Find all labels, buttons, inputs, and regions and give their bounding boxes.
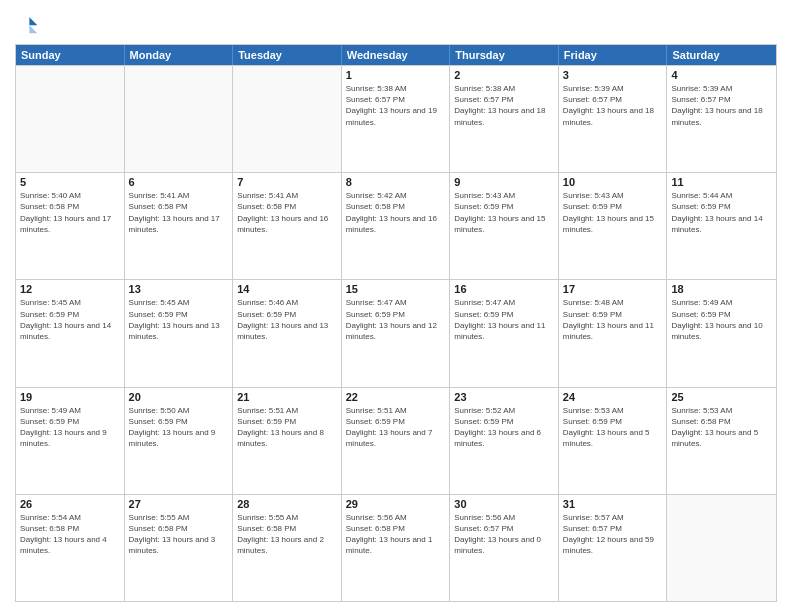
day-info: Sunrise: 5:52 AM Sunset: 6:59 PM Dayligh…: [454, 405, 554, 450]
day-number: 16: [454, 283, 554, 295]
day-info: Sunrise: 5:44 AM Sunset: 6:59 PM Dayligh…: [671, 190, 772, 235]
day-number: 25: [671, 391, 772, 403]
day-number: 12: [20, 283, 120, 295]
cal-cell: 26Sunrise: 5:54 AM Sunset: 6:58 PM Dayli…: [16, 495, 125, 601]
cal-cell: 20Sunrise: 5:50 AM Sunset: 6:59 PM Dayli…: [125, 388, 234, 494]
calendar: SundayMondayTuesdayWednesdayThursdayFrid…: [15, 44, 777, 602]
weekday-header-monday: Monday: [125, 45, 234, 65]
weekday-header-sunday: Sunday: [16, 45, 125, 65]
day-info: Sunrise: 5:49 AM Sunset: 6:59 PM Dayligh…: [20, 405, 120, 450]
day-info: Sunrise: 5:43 AM Sunset: 6:59 PM Dayligh…: [454, 190, 554, 235]
cal-cell: 4Sunrise: 5:39 AM Sunset: 6:57 PM Daylig…: [667, 66, 776, 172]
day-info: Sunrise: 5:51 AM Sunset: 6:59 PM Dayligh…: [346, 405, 446, 450]
day-number: 7: [237, 176, 337, 188]
cal-cell: 27Sunrise: 5:55 AM Sunset: 6:58 PM Dayli…: [125, 495, 234, 601]
day-number: 23: [454, 391, 554, 403]
day-number: 30: [454, 498, 554, 510]
cal-cell: 17Sunrise: 5:48 AM Sunset: 6:59 PM Dayli…: [559, 280, 668, 386]
svg-rect-0: [15, 14, 39, 38]
day-info: Sunrise: 5:48 AM Sunset: 6:59 PM Dayligh…: [563, 297, 663, 342]
day-number: 3: [563, 69, 663, 81]
cal-row-4: 26Sunrise: 5:54 AM Sunset: 6:58 PM Dayli…: [16, 494, 776, 601]
cal-cell: 31Sunrise: 5:57 AM Sunset: 6:57 PM Dayli…: [559, 495, 668, 601]
cal-cell: 8Sunrise: 5:42 AM Sunset: 6:58 PM Daylig…: [342, 173, 451, 279]
day-number: 20: [129, 391, 229, 403]
day-number: 8: [346, 176, 446, 188]
cal-cell: 23Sunrise: 5:52 AM Sunset: 6:59 PM Dayli…: [450, 388, 559, 494]
weekday-header-thursday: Thursday: [450, 45, 559, 65]
weekday-header-wednesday: Wednesday: [342, 45, 451, 65]
day-info: Sunrise: 5:43 AM Sunset: 6:59 PM Dayligh…: [563, 190, 663, 235]
page: SundayMondayTuesdayWednesdayThursdayFrid…: [0, 0, 792, 612]
day-number: 9: [454, 176, 554, 188]
logo: [15, 14, 43, 38]
day-info: Sunrise: 5:38 AM Sunset: 6:57 PM Dayligh…: [454, 83, 554, 128]
day-info: Sunrise: 5:47 AM Sunset: 6:59 PM Dayligh…: [346, 297, 446, 342]
day-info: Sunrise: 5:53 AM Sunset: 6:58 PM Dayligh…: [671, 405, 772, 450]
cal-cell: 14Sunrise: 5:46 AM Sunset: 6:59 PM Dayli…: [233, 280, 342, 386]
day-info: Sunrise: 5:39 AM Sunset: 6:57 PM Dayligh…: [671, 83, 772, 128]
day-number: 22: [346, 391, 446, 403]
cal-cell: 19Sunrise: 5:49 AM Sunset: 6:59 PM Dayli…: [16, 388, 125, 494]
cal-cell: 25Sunrise: 5:53 AM Sunset: 6:58 PM Dayli…: [667, 388, 776, 494]
day-number: 5: [20, 176, 120, 188]
day-info: Sunrise: 5:50 AM Sunset: 6:59 PM Dayligh…: [129, 405, 229, 450]
cal-cell: 6Sunrise: 5:41 AM Sunset: 6:58 PM Daylig…: [125, 173, 234, 279]
day-info: Sunrise: 5:55 AM Sunset: 6:58 PM Dayligh…: [237, 512, 337, 557]
day-number: 11: [671, 176, 772, 188]
weekday-header-friday: Friday: [559, 45, 668, 65]
cal-cell: 7Sunrise: 5:41 AM Sunset: 6:58 PM Daylig…: [233, 173, 342, 279]
calendar-body: 1Sunrise: 5:38 AM Sunset: 6:57 PM Daylig…: [16, 65, 776, 601]
day-info: Sunrise: 5:56 AM Sunset: 6:57 PM Dayligh…: [454, 512, 554, 557]
day-number: 19: [20, 391, 120, 403]
cal-cell: 1Sunrise: 5:38 AM Sunset: 6:57 PM Daylig…: [342, 66, 451, 172]
cal-cell: 24Sunrise: 5:53 AM Sunset: 6:59 PM Dayli…: [559, 388, 668, 494]
cal-cell: [16, 66, 125, 172]
cal-cell: 22Sunrise: 5:51 AM Sunset: 6:59 PM Dayli…: [342, 388, 451, 494]
cal-cell: 15Sunrise: 5:47 AM Sunset: 6:59 PM Dayli…: [342, 280, 451, 386]
day-number: 21: [237, 391, 337, 403]
day-number: 18: [671, 283, 772, 295]
day-number: 27: [129, 498, 229, 510]
cal-cell: 28Sunrise: 5:55 AM Sunset: 6:58 PM Dayli…: [233, 495, 342, 601]
day-number: 13: [129, 283, 229, 295]
day-info: Sunrise: 5:39 AM Sunset: 6:57 PM Dayligh…: [563, 83, 663, 128]
day-info: Sunrise: 5:54 AM Sunset: 6:58 PM Dayligh…: [20, 512, 120, 557]
day-number: 15: [346, 283, 446, 295]
cal-cell: 9Sunrise: 5:43 AM Sunset: 6:59 PM Daylig…: [450, 173, 559, 279]
cal-row-3: 19Sunrise: 5:49 AM Sunset: 6:59 PM Dayli…: [16, 387, 776, 494]
cal-row-1: 5Sunrise: 5:40 AM Sunset: 6:58 PM Daylig…: [16, 172, 776, 279]
cal-cell: 3Sunrise: 5:39 AM Sunset: 6:57 PM Daylig…: [559, 66, 668, 172]
day-info: Sunrise: 5:40 AM Sunset: 6:58 PM Dayligh…: [20, 190, 120, 235]
day-info: Sunrise: 5:41 AM Sunset: 6:58 PM Dayligh…: [237, 190, 337, 235]
day-info: Sunrise: 5:46 AM Sunset: 6:59 PM Dayligh…: [237, 297, 337, 342]
day-number: 1: [346, 69, 446, 81]
day-info: Sunrise: 5:56 AM Sunset: 6:58 PM Dayligh…: [346, 512, 446, 557]
day-info: Sunrise: 5:38 AM Sunset: 6:57 PM Dayligh…: [346, 83, 446, 128]
cal-cell: 29Sunrise: 5:56 AM Sunset: 6:58 PM Dayli…: [342, 495, 451, 601]
day-number: 2: [454, 69, 554, 81]
day-info: Sunrise: 5:45 AM Sunset: 6:59 PM Dayligh…: [20, 297, 120, 342]
calendar-header-row: SundayMondayTuesdayWednesdayThursdayFrid…: [16, 45, 776, 65]
cal-cell: [667, 495, 776, 601]
cal-cell: 12Sunrise: 5:45 AM Sunset: 6:59 PM Dayli…: [16, 280, 125, 386]
cal-row-0: 1Sunrise: 5:38 AM Sunset: 6:57 PM Daylig…: [16, 65, 776, 172]
cal-cell: [233, 66, 342, 172]
day-number: 10: [563, 176, 663, 188]
day-number: 17: [563, 283, 663, 295]
day-number: 26: [20, 498, 120, 510]
cal-row-2: 12Sunrise: 5:45 AM Sunset: 6:59 PM Dayli…: [16, 279, 776, 386]
day-info: Sunrise: 5:53 AM Sunset: 6:59 PM Dayligh…: [563, 405, 663, 450]
day-number: 4: [671, 69, 772, 81]
cal-cell: 18Sunrise: 5:49 AM Sunset: 6:59 PM Dayli…: [667, 280, 776, 386]
day-info: Sunrise: 5:51 AM Sunset: 6:59 PM Dayligh…: [237, 405, 337, 450]
cal-cell: 10Sunrise: 5:43 AM Sunset: 6:59 PM Dayli…: [559, 173, 668, 279]
cal-cell: 16Sunrise: 5:47 AM Sunset: 6:59 PM Dayli…: [450, 280, 559, 386]
logo-icon: [15, 14, 39, 38]
day-number: 31: [563, 498, 663, 510]
day-info: Sunrise: 5:47 AM Sunset: 6:59 PM Dayligh…: [454, 297, 554, 342]
weekday-header-tuesday: Tuesday: [233, 45, 342, 65]
cal-cell: 2Sunrise: 5:38 AM Sunset: 6:57 PM Daylig…: [450, 66, 559, 172]
cal-cell: [125, 66, 234, 172]
day-info: Sunrise: 5:57 AM Sunset: 6:57 PM Dayligh…: [563, 512, 663, 557]
